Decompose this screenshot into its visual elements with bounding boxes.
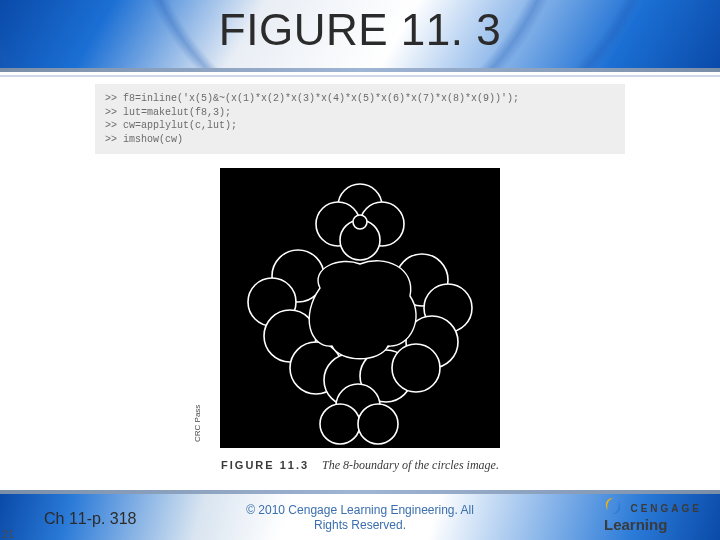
svg-point-15 — [392, 344, 440, 392]
content-area: >> f8=inline('x(5)&~(x(1)*x(2)*x(3)*x(4)… — [0, 80, 720, 490]
brand-name-bottom: Learning — [604, 516, 667, 533]
code-line: >> lut=makelut(f8,3); — [105, 107, 231, 118]
code-line: >> cw=applylut(c,lut); — [105, 120, 237, 131]
copyright-line-2: Rights Reserved. — [314, 518, 406, 532]
brand-name-top: CENGAGE — [630, 503, 702, 514]
svg-point-17 — [320, 404, 360, 444]
code-line: >> imshow(cw) — [105, 134, 183, 145]
figure-side-label: CRC Pass — [193, 405, 202, 442]
figure-container: CRC Pass — [210, 168, 510, 473]
page-title: FIGURE 11. 3 — [0, 0, 720, 60]
svg-point-5 — [353, 215, 367, 229]
figure-image — [220, 168, 500, 448]
code-block: >> f8=inline('x(5)&~(x(1)*x(2)*x(3)*x(4)… — [95, 84, 625, 154]
copyright-line-1: © 2010 Cengage Learning Engineering. All — [246, 503, 474, 517]
header-separator-2 — [0, 75, 720, 77]
code-line: >> f8=inline('x(5)&~(x(1)*x(2)*x(3)*x(4)… — [105, 93, 519, 104]
figure-caption: FIGURE 11.3 The 8-boundary of the circle… — [210, 458, 510, 473]
boundary-circles-svg — [220, 168, 500, 448]
svg-point-18 — [358, 404, 398, 444]
brand-icon — [604, 497, 622, 517]
figure-number: FIGURE 11.3 — [221, 459, 309, 471]
brand-logo: CENGAGE Learning — [604, 497, 702, 532]
figure-description: The 8-boundary of the circles image. — [322, 458, 499, 472]
header-separator-1 — [0, 68, 720, 72]
